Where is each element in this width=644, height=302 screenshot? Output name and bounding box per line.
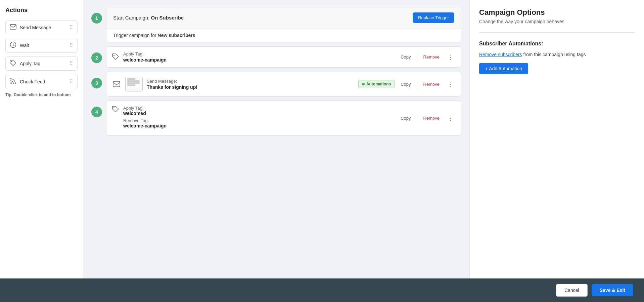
email-preview-line1 xyxy=(127,78,135,80)
svg-rect-5 xyxy=(113,81,120,87)
sidebar-item-check-feed[interactable]: Check Feed ⠿ xyxy=(5,74,78,89)
panel-divider xyxy=(479,32,635,33)
step-card-3: Send Message: Thanks for signing up! Aut… xyxy=(106,72,461,97)
tip-prefix: Tip: xyxy=(5,92,13,97)
more-options-4[interactable]: ⋮ xyxy=(446,114,456,122)
email-preview-line3 xyxy=(127,82,140,84)
cancel-button[interactable]: Cancel xyxy=(556,284,588,297)
footer: Cancel Save & Exit xyxy=(0,278,644,302)
check-feed-label: Check Feed xyxy=(20,79,45,84)
panel-body-suffix: from this campaign using tags xyxy=(522,52,586,57)
clock-icon xyxy=(10,41,16,49)
step-card-2: Apply Tag: welcome-campaign Copy Remove … xyxy=(106,46,461,68)
tag-icon-step4 xyxy=(112,106,119,113)
panel-subtitle: Change the way your campaign behaves xyxy=(479,19,635,24)
trigger-sub-bold: New subscribers xyxy=(158,33,195,38)
trigger-sub-prefix: Trigger campaign for xyxy=(113,33,158,38)
svg-point-3 xyxy=(10,82,12,84)
divider-3 xyxy=(417,81,417,87)
step-card-4: Apply Tag: welcomed Remove Tag: welcome-… xyxy=(106,101,461,136)
panel-body-text: Remove subscribers from this campaign us… xyxy=(479,51,635,58)
copy-button-3[interactable]: Copy xyxy=(398,80,413,88)
send-message-label-text: Send Message: xyxy=(147,79,197,84)
more-options-2[interactable]: ⋮ xyxy=(446,53,456,61)
panel-title: Campaign Options xyxy=(479,8,635,17)
remove-tag-entry: Remove Tag: welcome-campaign xyxy=(123,118,167,128)
step-row-3: 3 xyxy=(91,72,461,97)
feed-icon xyxy=(10,78,16,85)
step-row-4: 4 Apply Tag: welcomed xyxy=(91,101,461,136)
email-preview-line4 xyxy=(127,84,135,86)
step-card-1: Start Campaign: On Subscribe Replace Tri… xyxy=(106,7,461,42)
envelope-icon xyxy=(10,24,16,31)
sidebar-item-apply-tag[interactable]: Apply Tag ⠿ xyxy=(5,56,78,71)
copy-button-4[interactable]: Copy xyxy=(398,114,413,122)
drag-handle-wait[interactable]: ⠿ xyxy=(69,42,73,48)
sidebar-title: Actions xyxy=(5,7,78,14)
sidebar-item-send-message[interactable]: Send Message ⠿ xyxy=(5,21,78,34)
more-options-3[interactable]: ⋮ xyxy=(446,80,456,88)
apply-tag-entry: Apply Tag: welcomed xyxy=(123,106,167,116)
replace-trigger-button[interactable]: Replace Trigger xyxy=(413,12,454,23)
step-row-2: 2 Apply Tag: welcome-campaign xyxy=(91,46,461,68)
automations-dot xyxy=(362,83,365,85)
svg-rect-0 xyxy=(10,25,16,29)
drag-handle-send-message[interactable]: ⠿ xyxy=(69,24,73,31)
sidebar-item-wait[interactable]: Wait ⠿ xyxy=(5,38,78,53)
trigger-label-prefix: Start Campaign: xyxy=(113,15,151,21)
sidebar-tip: Tip: Double-click to add to bottom xyxy=(5,92,78,97)
main-content: 1 Start Campaign: On Subscribe Replace T… xyxy=(83,0,469,278)
send-message-title: Thanks for signing up! xyxy=(147,84,197,90)
remove-button-3[interactable]: Remove xyxy=(421,80,442,88)
remove-button-2[interactable]: Remove xyxy=(421,53,442,61)
add-automation-button[interactable]: + Add Automation xyxy=(479,63,528,74)
copy-button-2[interactable]: Copy xyxy=(398,53,413,61)
remove-tag-entry-value: welcome-campaign xyxy=(123,123,167,128)
trigger-sub: Trigger campaign for New subscribers xyxy=(106,28,461,42)
step-number-3: 3 xyxy=(91,78,102,88)
svg-point-6 xyxy=(113,107,114,108)
apply-tag-entry-label: Apply Tag: xyxy=(123,106,167,111)
apply-tag-label: Apply Tag xyxy=(20,61,40,66)
apply-tag-icon xyxy=(112,53,119,61)
divider-2 xyxy=(417,54,417,60)
divider-4 xyxy=(417,115,417,121)
tip-text: Double-click to add to bottom xyxy=(13,92,71,97)
sidebar: Actions Send Message ⠿ xyxy=(0,0,83,278)
drag-handle-apply-tag[interactable]: ⠿ xyxy=(69,60,73,67)
drag-handle-check-feed[interactable]: ⠿ xyxy=(69,78,73,85)
remove-button-4[interactable]: Remove xyxy=(421,114,442,122)
send-message-body: Send Message: Thanks for signing up! Aut… xyxy=(106,72,461,96)
trigger-card: Start Campaign: On Subscribe Replace Tri… xyxy=(106,7,461,28)
step-number-2: 2 xyxy=(91,52,102,63)
wait-label: Wait xyxy=(20,43,29,48)
email-preview xyxy=(125,77,143,91)
trigger-label-bold: On Subscribe xyxy=(151,15,184,21)
panel-section-title: Subscriber Automations: xyxy=(479,41,635,47)
automations-badge[interactable]: Automations xyxy=(358,80,395,88)
envelope-icon-step3 xyxy=(112,79,121,89)
step-number-4: 4 xyxy=(91,107,102,117)
svg-point-4 xyxy=(113,55,114,56)
step-row-1: 1 Start Campaign: On Subscribe Replace T… xyxy=(91,7,461,42)
multi-tag-body: Apply Tag: welcomed Remove Tag: welcome-… xyxy=(106,101,461,135)
send-message-label: Send Message xyxy=(20,25,51,30)
trigger-text: Start Campaign: On Subscribe xyxy=(113,15,184,21)
email-preview-line2 xyxy=(127,80,140,82)
step-number-1: 1 xyxy=(91,13,102,24)
apply-tag-value: welcome-campaign xyxy=(123,57,167,63)
remove-subscribers-link[interactable]: Remove subscribers xyxy=(479,52,522,57)
svg-point-2 xyxy=(11,61,12,62)
apply-tag-label-text: Apply Tag: xyxy=(123,51,167,56)
remove-tag-entry-label: Remove Tag: xyxy=(123,118,167,123)
tag-icon xyxy=(10,60,16,67)
apply-tag-body: Apply Tag: welcome-campaign Copy Remove … xyxy=(106,47,461,67)
right-panel: Campaign Options Change the way your cam… xyxy=(469,0,644,278)
save-exit-button[interactable]: Save & Exit xyxy=(592,284,633,296)
apply-tag-entry-value: welcomed xyxy=(123,111,167,116)
automations-label: Automations xyxy=(366,82,391,86)
